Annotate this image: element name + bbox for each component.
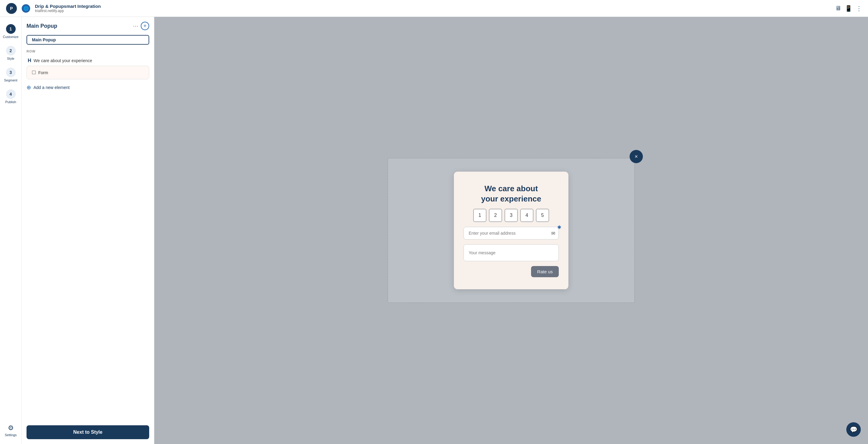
rating-1-button[interactable]: 1 <box>473 209 487 222</box>
topbar-title: Drip & Popupsmart Integration trialfirst… <box>35 4 830 13</box>
gear-icon: ⚙ <box>8 424 14 432</box>
step-2-number: 2 <box>6 46 16 56</box>
chat-icon: 💬 <box>850 426 858 433</box>
rating-2-button[interactable]: 2 <box>489 209 502 222</box>
email-input-wrap: ✱ ✉ <box>464 227 559 239</box>
row-label: ROW <box>27 50 149 53</box>
step-4-number: 4 <box>6 89 16 99</box>
more-options-button[interactable]: ⋮ <box>856 5 862 12</box>
settings-button[interactable]: ⚙ Settings <box>2 422 19 439</box>
heading-element[interactable]: H We care about your experience <box>27 56 149 66</box>
heading-icon: H <box>28 58 31 63</box>
rating-5-button[interactable]: 5 <box>536 209 549 222</box>
form-icon: ☐ <box>32 70 36 76</box>
popup-tab[interactable]: Main Popup <box>27 35 149 45</box>
canvas-area: × We care about your experience 1 2 3 4 … <box>154 17 868 444</box>
form-element[interactable]: ☐ Form <box>27 66 149 79</box>
integration-title: Drip & Popupsmart Integration <box>35 4 830 9</box>
step-2-style[interactable]: 2 Style <box>2 43 20 63</box>
step-1-customize[interactable]: 1 Customize <box>2 22 20 41</box>
rate-us-button[interactable]: Rate us <box>531 266 559 277</box>
message-input[interactable] <box>464 244 559 261</box>
heading-text: We care about your experience <box>34 58 92 63</box>
close-popup-button[interactable]: × <box>629 150 643 163</box>
main-layout: 1 Customize 2 Style 3 Segment 4 Publish … <box>0 17 868 444</box>
topbar: P 🌐 Drip & Popupsmart Integration trialf… <box>0 0 868 17</box>
popup-card: We care about your experience 1 2 3 4 5 … <box>454 172 568 290</box>
rating-4-button[interactable]: 4 <box>520 209 533 222</box>
steps-sidebar: 1 Customize 2 Style 3 Segment 4 Publish … <box>0 17 22 444</box>
email-input[interactable] <box>464 227 559 239</box>
step-1-label: Customize <box>3 35 19 39</box>
app-logo: P <box>6 3 17 14</box>
site-icon: 🌐 <box>22 4 30 13</box>
step-2-label: Style <box>7 57 14 60</box>
form-text: Form <box>38 70 48 75</box>
add-element-label: Add a new element <box>33 85 70 90</box>
mobile-view-button[interactable]: 📱 <box>845 5 852 12</box>
step-3-label: Segment <box>4 79 17 82</box>
settings-label: Settings <box>5 433 17 437</box>
add-element-button[interactable]: + <box>141 22 149 30</box>
panel-title: Main Popup <box>27 23 57 29</box>
topbar-actions: 🖥 📱 ⋮ <box>835 5 862 12</box>
panel-header-actions: ⋯ + <box>133 22 149 30</box>
desktop-view-button[interactable]: 🖥 <box>835 5 841 12</box>
chat-fab-button[interactable]: 💬 <box>846 422 861 437</box>
next-to-style-button[interactable]: Next to Style <box>27 425 149 439</box>
required-star: ✱ <box>557 225 561 230</box>
step-1-number: 1 <box>6 24 16 34</box>
popup-card-title: We care about your experience <box>464 184 559 204</box>
email-icon: ✉ <box>551 231 555 236</box>
step-3-number: 3 <box>6 67 16 77</box>
more-panel-button[interactable]: ⋯ <box>133 22 138 30</box>
customize-panel: Main Popup ⋯ + Main Popup ROW H We care … <box>22 17 154 444</box>
rating-row: 1 2 3 4 5 <box>464 209 559 222</box>
site-url: trialfirst.netlify.app <box>35 9 830 13</box>
panel-header: Main Popup ⋯ + <box>27 22 149 30</box>
step-4-label: Publish <box>5 100 16 104</box>
step-3-segment[interactable]: 3 Segment <box>2 65 20 85</box>
step-4-publish[interactable]: 4 Publish <box>2 87 20 106</box>
popup-preview: × We care about your experience 1 2 3 4 … <box>388 158 635 303</box>
add-new-element-row[interactable]: ⊕ Add a new element <box>27 84 149 91</box>
plus-circle-icon: ⊕ <box>27 84 31 91</box>
rating-3-button[interactable]: 3 <box>504 209 518 222</box>
